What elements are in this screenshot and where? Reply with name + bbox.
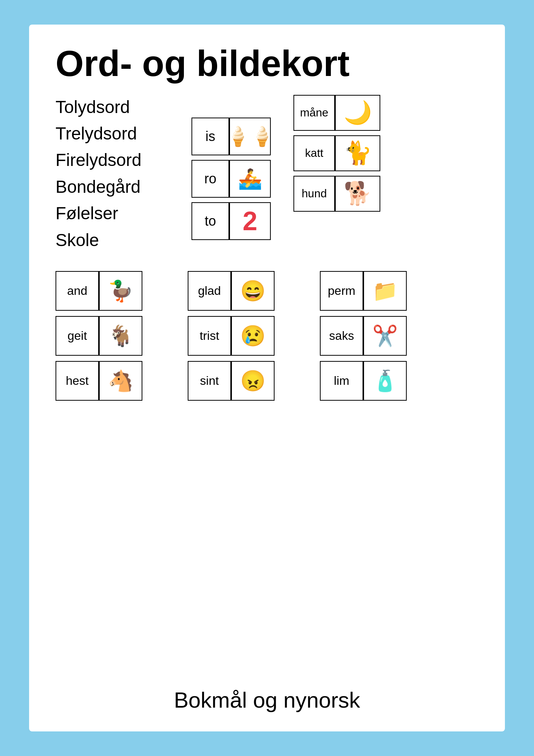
glue-icon: 🧴 xyxy=(372,369,398,393)
word-card-to: to xyxy=(191,202,229,240)
cat-icon: 🐈 xyxy=(344,142,372,164)
icecream-icon-2: 🍦 xyxy=(250,125,271,147)
moon-icon: 🌙 xyxy=(344,101,372,124)
word-card-perm: perm xyxy=(320,271,363,311)
word-card-geit: geit xyxy=(56,316,99,356)
card-pair-lim: lim 🧴 xyxy=(320,361,407,401)
word-card-lim: lim xyxy=(320,361,363,401)
word-card-saks: saks xyxy=(320,316,363,356)
image-card-mane: 🌙 xyxy=(335,95,380,131)
card-pair-ro: ro 🚣 xyxy=(191,160,271,198)
spacer xyxy=(157,271,173,401)
menu-item-2: Trelydsord xyxy=(56,121,176,146)
word-card-mane: måne xyxy=(293,95,335,131)
sad-icon: 😢 xyxy=(240,324,265,348)
card-pair-is: is 🍦 🍦 xyxy=(191,118,271,155)
page-title: Ord- og bildekort xyxy=(56,43,478,84)
happy-icon: 😄 xyxy=(240,279,265,303)
image-card-hest: 🐴 xyxy=(99,361,142,401)
main-content: Tolydsord Trelydsord Firelydsord Bondegå… xyxy=(56,95,478,252)
image-card-to: 2 xyxy=(229,202,271,240)
card-pair-hest: hest 🐴 xyxy=(56,361,142,401)
spacer2 xyxy=(290,271,305,401)
card-pair-saks: saks ✂️ xyxy=(320,316,407,356)
page: Ord- og bildekort Tolydsord Trelydsord F… xyxy=(29,25,505,731)
card-pair-mane: måne 🌙 xyxy=(293,95,380,131)
image-card-is: 🍦 🍦 xyxy=(229,118,271,155)
word-card-and: and xyxy=(56,271,99,311)
horse-icon: 🐴 xyxy=(108,369,133,393)
card-pair-hund: hund 🐕 xyxy=(293,176,380,212)
goat-icon: 🐐 xyxy=(108,324,133,348)
menu-item-1: Tolydsord xyxy=(56,95,176,119)
image-card-perm: 📁 xyxy=(363,271,407,311)
word-card-sint: sint xyxy=(188,361,231,401)
word-card-trist: trist xyxy=(188,316,231,356)
card-pair-trist: trist 😢 xyxy=(188,316,275,356)
left-menu: Tolydsord Trelydsord Firelydsord Bondegå… xyxy=(56,95,176,252)
number-two-icon: 2 xyxy=(243,206,258,236)
card-pair-and: and 🦆 xyxy=(56,271,142,311)
right-cards: måne 🌙 katt 🐈 hund xyxy=(293,95,380,252)
duck-icon: 🦆 xyxy=(108,279,133,303)
card-column-school: perm 📁 saks ✂️ lim 🧴 xyxy=(320,271,407,401)
image-card-sint: 😠 xyxy=(231,361,275,401)
image-card-geit: 🐐 xyxy=(99,316,142,356)
word-card-ro: ro xyxy=(191,160,229,198)
center-cards: is 🍦 🍦 ro 🚣 xyxy=(191,118,271,252)
card-pair-glad: glad 😄 xyxy=(188,271,275,311)
image-card-trist: 😢 xyxy=(231,316,275,356)
image-card-glad: 😄 xyxy=(231,271,275,311)
image-card-saks: ✂️ xyxy=(363,316,407,356)
image-card-lim: 🧴 xyxy=(363,361,407,401)
image-card-katt: 🐈 xyxy=(335,135,380,171)
footer-text: Bokmål og nynorsk xyxy=(56,672,478,713)
word-card-glad: glad xyxy=(188,271,231,311)
image-card-hund: 🐕 xyxy=(335,176,380,212)
menu-item-6: Skole xyxy=(56,228,176,252)
icecream-icon: 🍦 xyxy=(229,125,250,147)
binder-icon: 📁 xyxy=(372,279,398,303)
card-pair-perm: perm 📁 xyxy=(320,271,407,311)
dog-icon: 🐕 xyxy=(344,182,372,205)
card-pair-katt: katt 🐈 xyxy=(293,135,380,171)
word-card-hund: hund xyxy=(293,176,335,212)
card-pair-sint: sint 😠 xyxy=(188,361,275,401)
card-column-animals: and 🦆 geit 🐐 hest 🐴 xyxy=(56,271,142,401)
scissors-icon: ✂️ xyxy=(372,324,398,348)
word-card-hest: hest xyxy=(56,361,99,401)
image-card-and: 🦆 xyxy=(99,271,142,311)
menu-item-5: Følelser xyxy=(56,201,176,225)
menu-item-3: Firelydsord xyxy=(56,148,176,172)
angry-icon: 😠 xyxy=(240,369,265,393)
image-card-ro: 🚣 xyxy=(229,160,271,198)
card-column-emotions: glad 😄 trist 😢 sint 😠 xyxy=(188,271,275,401)
menu-item-4: Bondegård xyxy=(56,175,176,199)
card-pair-to: to 2 xyxy=(191,202,271,240)
rowing-icon: 🚣 xyxy=(238,169,262,189)
bottom-section: and 🦆 geit 🐐 hest 🐴 xyxy=(56,271,478,401)
card-pair-geit: geit 🐐 xyxy=(56,316,142,356)
word-card-is: is xyxy=(191,118,229,155)
word-card-katt: katt xyxy=(293,135,335,171)
